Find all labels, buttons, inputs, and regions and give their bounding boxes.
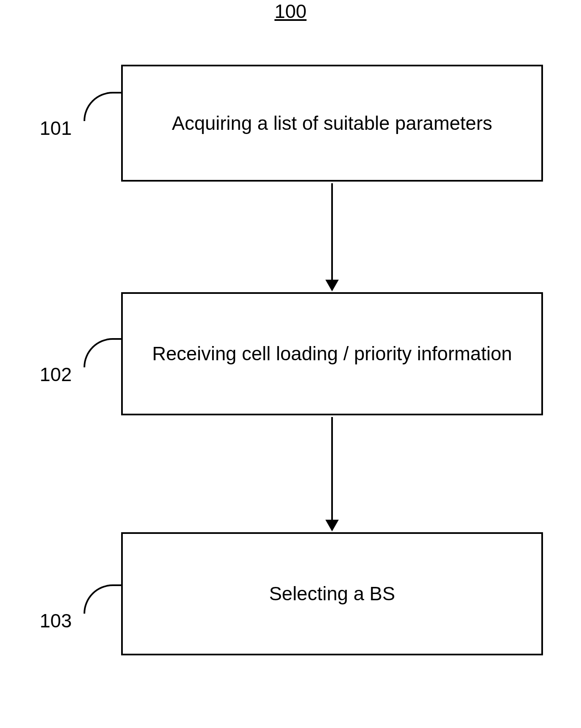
leader-1 bbox=[84, 92, 121, 121]
step-box-1: Acquiring a list of suitable parameters bbox=[121, 65, 543, 182]
step-box-2: Receiving cell loading / priority inform… bbox=[121, 292, 543, 415]
step-text-3: Selecting a BS bbox=[269, 581, 395, 607]
step-box-3: Selecting a BS bbox=[121, 532, 543, 655]
step-text-1: Acquiring a list of suitable parameters bbox=[172, 110, 492, 136]
step-ref-3: 103 bbox=[40, 609, 72, 632]
step-ref-1: 101 bbox=[40, 117, 72, 139]
flowchart: 100 Acquiring a list of suitable paramet… bbox=[0, 0, 581, 728]
leader-2 bbox=[84, 338, 121, 367]
step-text-2: Receiving cell loading / priority inform… bbox=[152, 341, 512, 367]
leader-3 bbox=[84, 584, 121, 614]
figure-reference: 100 bbox=[0, 0, 581, 23]
step-ref-2: 102 bbox=[40, 363, 72, 386]
arrow-2-to-3-head bbox=[325, 520, 339, 531]
arrow-2-to-3-line bbox=[331, 417, 333, 521]
arrow-1-to-2-line bbox=[331, 183, 333, 281]
arrow-1-to-2-head bbox=[325, 280, 339, 291]
